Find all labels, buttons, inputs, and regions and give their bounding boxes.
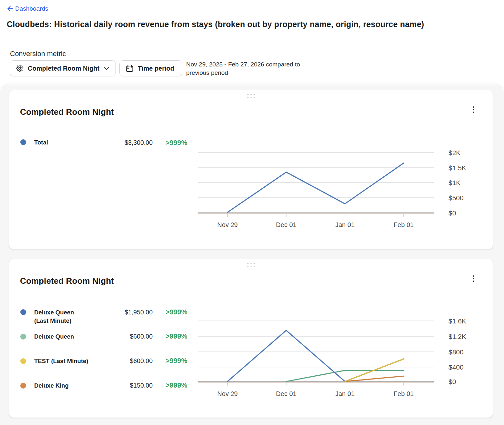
svg-text:Jan 01: Jan 01	[335, 221, 355, 228]
svg-text:Feb 01: Feb 01	[394, 221, 414, 228]
svg-text:Dec 01: Dec 01	[276, 221, 296, 228]
svg-text:$1.6K: $1.6K	[449, 317, 466, 325]
svg-text:$0: $0	[449, 209, 456, 217]
svg-text:$1.2K: $1.2K	[449, 333, 466, 340]
svg-text:Feb 01: Feb 01	[394, 390, 414, 397]
svg-text:Dec 01: Dec 01	[276, 390, 296, 397]
svg-text:$1.5K: $1.5K	[449, 164, 466, 172]
svg-text:$500: $500	[449, 194, 464, 202]
svg-text:$1K: $1K	[449, 179, 460, 186]
svg-text:$400: $400	[449, 363, 464, 371]
svg-text:Nov 29: Nov 29	[217, 390, 237, 397]
svg-text:Nov 29: Nov 29	[217, 221, 237, 228]
svg-text:$0: $0	[449, 378, 456, 385]
svg-text:$2K: $2K	[449, 149, 460, 156]
svg-text:$800: $800	[449, 348, 464, 356]
svg-text:Jan 01: Jan 01	[335, 390, 355, 397]
